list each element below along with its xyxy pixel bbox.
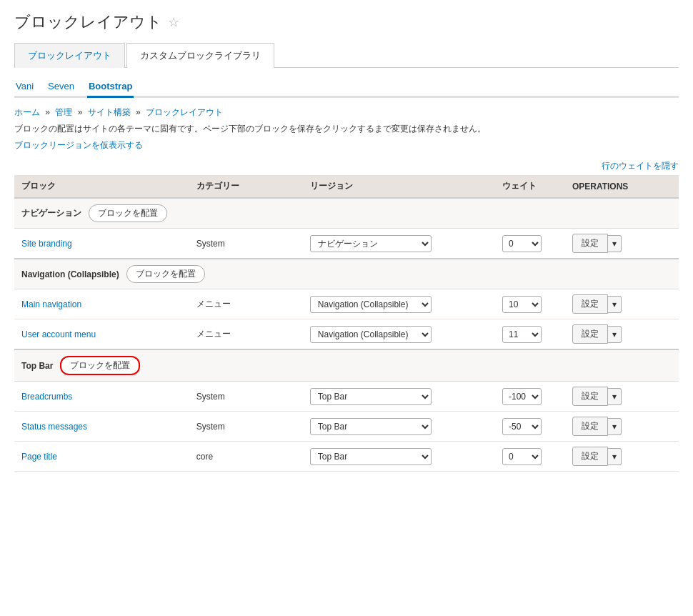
region-name: Navigation (Collapsible)	[21, 269, 119, 279]
region-select[interactable]: ナビゲーションNavigation (Collapsible)Top BarCo…	[310, 326, 432, 343]
region-name: ナビゲーション	[21, 207, 81, 219]
weight-select[interactable]: -100-50-100101120	[502, 326, 542, 343]
tab-seven[interactable]: Seven	[46, 76, 76, 98]
table-row: Breadcrumbs System ナビゲーションNavigation (Co…	[14, 382, 679, 412]
breadcrumb-site-building[interactable]: サイト構築	[88, 107, 131, 117]
configure-dropdown-button[interactable]: ▾	[608, 448, 622, 465]
table-row: Site branding System ナビゲーションNavigation (…	[14, 229, 679, 259]
breadcrumb-block-layout[interactable]: ブロックレイアウト	[146, 107, 223, 117]
page-title: ブロックレイアウト	[14, 11, 162, 33]
block-category: core	[189, 442, 303, 472]
weight-select[interactable]: -100-50-100101120	[502, 388, 542, 405]
weight-toggle-link[interactable]: 行のウェイトを隠す	[14, 160, 679, 172]
tab-custom-block-library[interactable]: カスタムブロックライブラリ	[126, 43, 274, 68]
assign-block-button[interactable]: ブロックを配置	[89, 204, 167, 222]
col-header-weight: ウェイト	[495, 175, 565, 198]
configure-button[interactable]: 設定	[572, 447, 608, 466]
table-row: User account menu メニュー ナビゲーションNavigation…	[14, 319, 679, 350]
favorite-icon[interactable]: ☆	[168, 14, 179, 30]
show-regions-link[interactable]: ブロックリージョンを仮表示する	[14, 139, 143, 151]
tab-bootstrap[interactable]: Bootstrap	[87, 76, 134, 98]
breadcrumb-home[interactable]: ホーム	[14, 107, 40, 117]
configure-dropdown-button[interactable]: ▾	[608, 235, 622, 252]
configure-button[interactable]: 設定	[572, 234, 608, 253]
tab-block-layout[interactable]: ブロックレイアウト	[14, 43, 125, 68]
col-header-block: ブロック	[14, 175, 189, 198]
block-name-link[interactable]: Page title	[21, 452, 57, 462]
block-category: メニュー	[189, 319, 303, 350]
col-header-operations: OPERATIONS	[565, 175, 679, 198]
region-row: Navigation (Collapsible) ブロックを配置	[14, 259, 679, 289]
block-category: System	[189, 412, 303, 442]
block-category: メニュー	[189, 289, 303, 319]
block-name-link[interactable]: Site branding	[21, 239, 72, 249]
breadcrumb-admin[interactable]: 管理	[55, 107, 72, 117]
weight-select[interactable]: -100-50-100101120	[502, 235, 542, 252]
configure-dropdown-button[interactable]: ▾	[608, 388, 622, 405]
configure-button[interactable]: 設定	[572, 387, 608, 406]
block-name-link[interactable]: Breadcrumbs	[21, 392, 72, 402]
table-row: Status messages System ナビゲーションNavigation…	[14, 412, 679, 442]
col-header-category: カテゴリー	[189, 175, 303, 198]
configure-button[interactable]: 設定	[572, 294, 608, 314]
col-header-region: リージョン	[303, 175, 495, 198]
region-select[interactable]: ナビゲーションNavigation (Collapsible)Top BarCo…	[310, 388, 432, 405]
breadcrumb: ホーム » 管理 » サイト構築 » ブロックレイアウト	[14, 106, 679, 119]
assign-block-button[interactable]: ブロックを配置	[126, 265, 205, 283]
configure-button[interactable]: 設定	[572, 417, 608, 436]
configure-dropdown-button[interactable]: ▾	[608, 296, 622, 313]
region-select[interactable]: ナビゲーションNavigation (Collapsible)Top BarCo…	[310, 296, 432, 313]
primary-tabs: ブロックレイアウト カスタムブロックライブラリ	[14, 43, 679, 68]
region-name: Top Bar	[21, 361, 53, 371]
region-row: Top Bar ブロックを配置	[14, 349, 679, 382]
page-description: ブロックの配置はサイトの各テーマに固有です。ページ下部のブロックを保存をクリック…	[14, 123, 679, 135]
block-name-link[interactable]: Status messages	[21, 422, 87, 432]
blocks-table: ブロック カテゴリー リージョン ウェイト OPERATIONS ナビゲーション…	[14, 175, 679, 472]
block-category: System	[189, 229, 303, 259]
region-select[interactable]: ナビゲーションNavigation (Collapsible)Top BarCo…	[310, 418, 432, 435]
block-name-link[interactable]: Main navigation	[21, 299, 81, 309]
region-select[interactable]: ナビゲーションNavigation (Collapsible)Top BarCo…	[310, 448, 432, 465]
block-category: System	[189, 382, 303, 412]
weight-select[interactable]: -100-50-100101120	[502, 418, 542, 435]
configure-dropdown-button[interactable]: ▾	[608, 418, 622, 435]
block-name-link[interactable]: User account menu	[21, 329, 96, 339]
region-select[interactable]: ナビゲーションNavigation (Collapsible)Top BarCo…	[310, 235, 432, 252]
weight-select[interactable]: -100-50-100101120	[502, 448, 542, 465]
assign-block-button[interactable]: ブロックを配置	[60, 356, 140, 375]
configure-button[interactable]: 設定	[572, 324, 608, 344]
tab-vani[interactable]: Vani	[14, 76, 35, 98]
region-row: ナビゲーション ブロックを配置	[14, 198, 679, 229]
table-row: Main navigation メニュー ナビゲーションNavigation (…	[14, 289, 679, 319]
configure-dropdown-button[interactable]: ▾	[608, 326, 622, 343]
table-row: Page title core ナビゲーションNavigation (Colla…	[14, 442, 679, 472]
weight-select[interactable]: -100-50-100101120	[502, 296, 542, 313]
secondary-tabs: Vani Seven Bootstrap	[14, 76, 679, 98]
